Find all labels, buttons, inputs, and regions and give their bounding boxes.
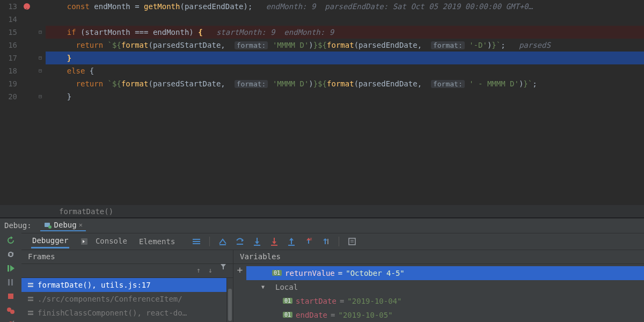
breakpoint-slot[interactable] — [21, 26, 35, 39]
line-number: 16 — [0, 39, 17, 52]
breakpoint-slot[interactable] — [21, 13, 35, 26]
line-number: 17 — [0, 52, 17, 64]
fold-toggle[interactable] — [35, 0, 46, 13]
frames-list[interactable]: formatDate(), utils.js:17./src/component… — [21, 278, 226, 323]
breakpoint-slot[interactable] — [21, 52, 35, 64]
tab-debug-label: Debug — [54, 221, 77, 229]
variable-value: Local — [275, 283, 298, 291]
frame-row[interactable]: formatDate(), utils.js:17 — [21, 278, 226, 292]
subtab-debugger[interactable]: Debugger — [31, 234, 69, 248]
subtab-console[interactable]: Console — [79, 235, 128, 248]
stop-icon[interactable] — [6, 292, 16, 301]
variable-row[interactable]: 01 startDate = "2019-10-04" — [246, 294, 644, 308]
debug-panels: Frames ↑ ↓ formatDate(), utils.js:17./sr… — [21, 250, 644, 323]
expand-toggle-icon[interactable]: ▼ — [261, 284, 269, 290]
frame-row[interactable]: updateClassComponent(), react-d… — [21, 320, 226, 323]
code-editor[interactable]: 1314151617181920 ⊟⊟⊟⊟ const endMonth = g… — [0, 0, 644, 205]
frame-down-icon[interactable]: ↓ — [208, 264, 213, 277]
svg-marker-27 — [289, 238, 294, 240]
frame-row[interactable]: finishClassComponent(), react-do… — [21, 306, 226, 320]
fold-toggle[interactable]: ⊟ — [35, 26, 46, 39]
breakpoint-slot[interactable] — [21, 77, 35, 90]
stackframe-icon — [27, 295, 34, 303]
code-line[interactable]: return `${format(parsedStartDate, format… — [46, 39, 644, 52]
frames-scrollbar[interactable] — [226, 278, 233, 323]
svg-rect-5 — [11, 279, 13, 286]
variable-row[interactable]: ▼ Local — [246, 280, 644, 294]
run-to-cursor-icon[interactable] — [321, 237, 330, 246]
fold-toggle[interactable] — [35, 13, 46, 26]
debugger-toolbar: Debugger Console Elements x — [21, 233, 644, 250]
frames-header: Frames — [28, 250, 55, 264]
breakpoint-gutter[interactable] — [21, 0, 35, 205]
show-execution-point-icon[interactable] — [218, 237, 227, 246]
fold-gutter[interactable]: ⊟⊟⊟⊟ — [35, 0, 46, 205]
resume-icon[interactable] — [6, 264, 16, 273]
frame-filter-icon[interactable] — [220, 264, 226, 277]
code-line[interactable]: return `${format(parsedStartDate, format… — [46, 77, 644, 90]
code-line[interactable]: if (startMonth === endMonth) { startMont… — [46, 26, 644, 39]
variable-row[interactable]: 01 returnValue = "October 4-5" — [246, 266, 644, 280]
fold-toggle[interactable]: ⊟ — [35, 52, 46, 64]
subtab-elements[interactable]: Elements — [138, 235, 176, 248]
svg-rect-41 — [28, 297, 33, 298]
breakpoint-slot[interactable] — [21, 90, 35, 103]
code-line[interactable]: const endMonth = getMonth(parsedEndDate)… — [46, 0, 644, 13]
breadcrumb-item[interactable]: formatDate() — [59, 207, 113, 216]
debug-label: Debug: — [4, 221, 32, 230]
breakpoint-slot[interactable] — [21, 39, 35, 52]
variable-row[interactable]: 01 endDate = "2019-10-05" — [246, 308, 644, 322]
svg-rect-40 — [28, 286, 33, 287]
fold-toggle[interactable]: ⊟ — [35, 64, 46, 77]
line-number: 19 — [0, 77, 17, 90]
svg-rect-2 — [8, 265, 9, 272]
code-line[interactable]: } — [46, 90, 644, 103]
add-watch-button[interactable]: + — [233, 264, 246, 323]
breakpoint-icon[interactable] — [24, 3, 30, 10]
svg-text:x: x — [310, 237, 312, 241]
close-icon[interactable]: ✕ — [79, 221, 83, 229]
frame-label: updateClassComponent(), react-d… — [38, 320, 182, 323]
code-lines[interactable]: const endMonth = getMonth(parsedEndDate)… — [46, 0, 644, 205]
line-number: 20 — [0, 90, 17, 103]
frame-up-icon[interactable]: ↑ — [196, 264, 201, 277]
drop-frame-icon[interactable]: x — [304, 237, 313, 246]
debug-side-toolbar — [0, 233, 21, 323]
pause-icon[interactable] — [6, 278, 16, 287]
step-out-icon[interactable] — [287, 237, 296, 246]
mute-breakpoints-icon[interactable] — [6, 320, 16, 323]
variables-pane: Variables + 01 returnValue = "October 4-… — [233, 250, 644, 323]
breadcrumb[interactable]: formatDate() — [0, 205, 644, 218]
frames-pane: Frames ↑ ↓ formatDate(), utils.js:17./sr… — [21, 250, 233, 323]
frame-label: formatDate(), utils.js:17 — [38, 278, 151, 292]
fold-toggle[interactable]: ⊟ — [35, 90, 46, 103]
line-number: 15 — [0, 26, 17, 39]
code-line[interactable]: } — [46, 52, 644, 64]
variable-value: "October 4-5" — [346, 269, 405, 277]
evaluate-expression-icon[interactable] — [348, 237, 356, 246]
svg-marker-38 — [221, 264, 226, 269]
breakpoint-slot[interactable] — [21, 64, 35, 77]
svg-marker-24 — [272, 241, 276, 244]
tab-debug[interactable]: Debug ✕ — [40, 219, 86, 231]
variables-tree[interactable]: 01 returnValue = "October 4-5"▼ Local01 … — [246, 264, 644, 323]
frame-row[interactable]: ./src/components/ConferenceItem/ — [21, 292, 226, 306]
step-into-icon[interactable] — [253, 237, 261, 246]
code-line[interactable]: else { — [46, 64, 644, 77]
rerun-icon[interactable] — [6, 236, 16, 245]
update-icon[interactable] — [6, 250, 16, 259]
line-number: 18 — [0, 64, 17, 77]
code-line[interactable] — [46, 13, 644, 26]
svg-marker-21 — [255, 241, 259, 244]
svg-rect-4 — [8, 279, 10, 286]
frame-label: ./src/components/ConferenceItem/ — [38, 292, 182, 306]
breakpoints-icon[interactable] — [6, 306, 16, 314]
svg-point-1 — [48, 225, 52, 229]
variable-value: "2019-10-05" — [339, 311, 393, 319]
step-over-icon[interactable] — [236, 237, 244, 246]
force-step-into-icon[interactable] — [270, 237, 279, 246]
line-number: 14 — [0, 13, 17, 26]
fold-toggle[interactable] — [35, 39, 46, 52]
threads-icon[interactable] — [192, 237, 201, 246]
fold-toggle[interactable] — [35, 77, 46, 90]
